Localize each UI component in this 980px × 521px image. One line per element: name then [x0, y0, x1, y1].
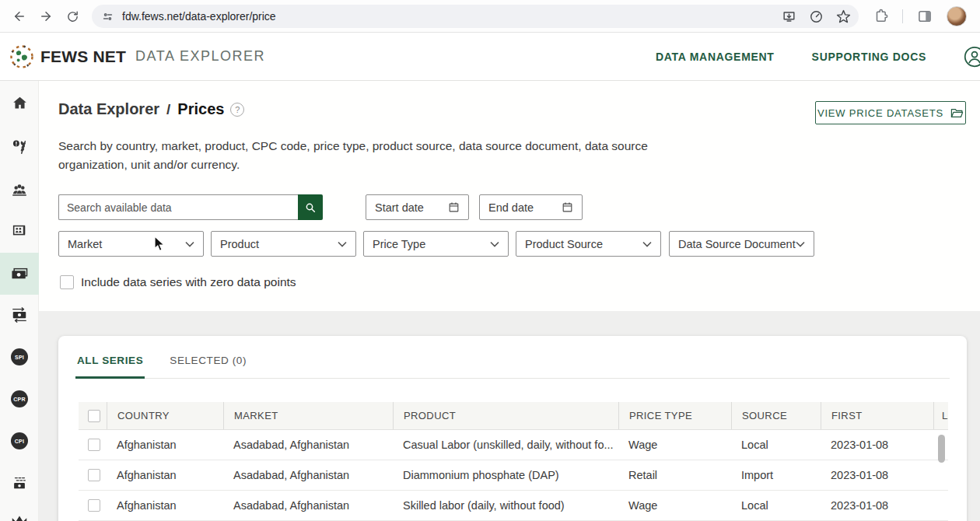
cell-first: 2023-01-08	[821, 460, 933, 490]
cell-country: Afghanistan	[107, 460, 223, 490]
start-date-field[interactable]: Start date	[366, 194, 469, 220]
breadcrumb-separator: /	[166, 101, 170, 118]
nav-supporting-docs[interactable]: SUPPORTING DOCS	[812, 51, 926, 63]
sidebar-item-food-security[interactable]	[0, 126, 39, 168]
product-filter-dropdown[interactable]: Product	[211, 231, 356, 257]
breadcrumb-section[interactable]: Data Explorer	[58, 100, 159, 118]
cell-country: Afghanistan	[107, 430, 223, 460]
column-header-country[interactable]: COUNTRY	[107, 402, 223, 429]
view-price-datasets-button[interactable]: VIEW PRICE DATASETS	[815, 101, 966, 124]
price-type-filter-label: Price Type	[373, 238, 490, 250]
search-button[interactable]	[298, 194, 323, 220]
search-icon	[304, 201, 317, 214]
install-app-icon[interactable]	[782, 9, 796, 24]
column-header-last[interactable]: LAST	[933, 402, 948, 429]
product-source-filter-dropdown[interactable]: Product Source	[516, 231, 661, 257]
bookmark-star-icon[interactable]	[836, 9, 851, 24]
row-checkbox[interactable]	[88, 439, 100, 451]
sidebar-item-partial-bottom[interactable]	[0, 495, 39, 521]
select-all-cell	[79, 402, 107, 429]
cell-source: Local	[731, 491, 821, 520]
view-price-datasets-label: VIEW PRICE DATASETS	[817, 107, 943, 119]
extensions-icon[interactable]	[873, 9, 888, 24]
row-checkbox[interactable]	[88, 499, 100, 512]
column-header-product[interactable]: PRODUCT	[393, 402, 618, 429]
main-content: Data Explorer / Prices ? VIEW PRICE DATA…	[39, 81, 980, 521]
sidebar-item-cpi[interactable]: CPI	[0, 420, 39, 462]
account-icon[interactable]	[964, 46, 980, 68]
prices-banknote-icon	[10, 266, 29, 281]
address-bar[interactable]: fdw.fews.net/data-explorer/price	[92, 5, 859, 28]
sidebar-item-home[interactable]	[0, 82, 39, 124]
row-checkbox-cell	[79, 430, 107, 460]
profile-avatar[interactable]	[947, 6, 967, 26]
nav-data-management[interactable]: DATA MANAGEMENT	[656, 51, 775, 63]
results-card: ALL SERIES SELECTED (0) COUNTRY MARKET P…	[58, 336, 967, 521]
results-tabs: ALL SERIES SELECTED (0)	[75, 355, 950, 379]
cell-market: Asadabad, Afghanistan	[223, 430, 393, 460]
column-header-source[interactable]: SOURCE	[731, 402, 821, 429]
tab-all-series[interactable]: ALL SERIES	[75, 355, 145, 379]
cell-country: Afghanistan	[107, 491, 223, 520]
market-filter-dropdown[interactable]: Market	[58, 231, 204, 257]
breadcrumb: Data Explorer / Prices ?	[58, 100, 244, 118]
forward-icon	[39, 9, 53, 23]
sidebar-item-cpr[interactable]: CPR	[0, 378, 39, 420]
search-input[interactable]	[58, 194, 298, 220]
site-info-icon[interactable]	[101, 10, 114, 23]
app-title: DATA EXPLORER	[135, 48, 265, 65]
cell-last	[933, 491, 948, 520]
sidebar-item-spi[interactable]: SPI	[0, 336, 39, 378]
end-date-field[interactable]: End date	[479, 194, 583, 220]
cell-first: 2023-01-08	[821, 430, 933, 460]
partial-bottom-icon	[10, 495, 29, 521]
zero-data-checkbox-label: Include data series with zero data point…	[81, 275, 296, 289]
zero-data-checkbox[interactable]	[60, 275, 74, 289]
fews-net-logo-icon	[9, 44, 34, 69]
markets-icon	[11, 222, 28, 240]
filters-panel: Data Explorer / Prices ? VIEW PRICE DATA…	[39, 81, 980, 311]
help-icon[interactable]: ?	[230, 103, 244, 117]
tab-selected[interactable]: SELECTED (0)	[168, 355, 248, 378]
cell-source: Local	[731, 430, 821, 460]
sidebar-item-prices[interactable]	[0, 253, 39, 295]
chevron-down-icon	[338, 241, 347, 247]
row-checkbox[interactable]	[88, 469, 100, 481]
performance-icon[interactable]	[809, 9, 824, 24]
end-date-label: End date	[488, 201, 534, 214]
browser-back-button[interactable]	[9, 6, 30, 26]
cell-product: Skilled labor (daily, without food)	[393, 491, 618, 520]
column-header-price-type[interactable]: PRICE TYPE	[618, 402, 731, 429]
side-panel-icon[interactable]	[917, 9, 933, 24]
table-row[interactable]: Afghanistan Asadabad, Afghanistan Skille…	[79, 491, 948, 521]
url-text[interactable]: fdw.fews.net/data-explorer/price	[122, 10, 782, 23]
browser-forward-button[interactable]	[36, 6, 56, 26]
cell-first: 2023-01-08	[821, 491, 933, 520]
calendar-icon	[448, 201, 460, 213]
column-header-first[interactable]: FIRST	[821, 402, 933, 429]
zero-data-checkbox-row: Include data series with zero data point…	[60, 275, 296, 289]
column-header-market[interactable]: MARKET	[223, 402, 393, 429]
sidebar-item-population[interactable]	[0, 169, 39, 211]
browser-reload-button[interactable]	[62, 6, 82, 26]
spi-badge-icon: SPI	[11, 348, 28, 365]
table-vertical-scrollbar[interactable]	[938, 435, 945, 463]
sidebar-item-trade-flows[interactable]	[0, 294, 39, 336]
select-all-checkbox[interactable]	[88, 410, 100, 422]
brand-name: FEWS NET	[40, 47, 126, 66]
cell-price-type: Wage	[618, 491, 731, 520]
cell-price-type: Retail	[618, 460, 731, 490]
cell-price-type: Wage	[618, 430, 731, 460]
cpi-badge-icon: CPI	[11, 432, 28, 449]
app-header: FEWS NET DATA EXPLORER DATA MANAGEMENT S…	[0, 33, 980, 81]
sidebar: SPI CPR CPI	[0, 81, 39, 521]
table-row[interactable]: Afghanistan Asadabad, Afghanistan Casual…	[79, 430, 948, 460]
sidebar-item-markets[interactable]	[0, 210, 39, 252]
data-source-document-filter-dropdown[interactable]: Data Source Document	[669, 231, 814, 257]
cell-market: Asadabad, Afghanistan	[223, 460, 393, 490]
table-row[interactable]: Afghanistan Asadabad, Afghanistan Diammo…	[79, 460, 948, 491]
remittances-icon	[10, 474, 29, 491]
chevron-down-icon	[490, 241, 499, 247]
back-icon	[12, 9, 26, 23]
price-type-filter-dropdown[interactable]: Price Type	[363, 231, 509, 257]
